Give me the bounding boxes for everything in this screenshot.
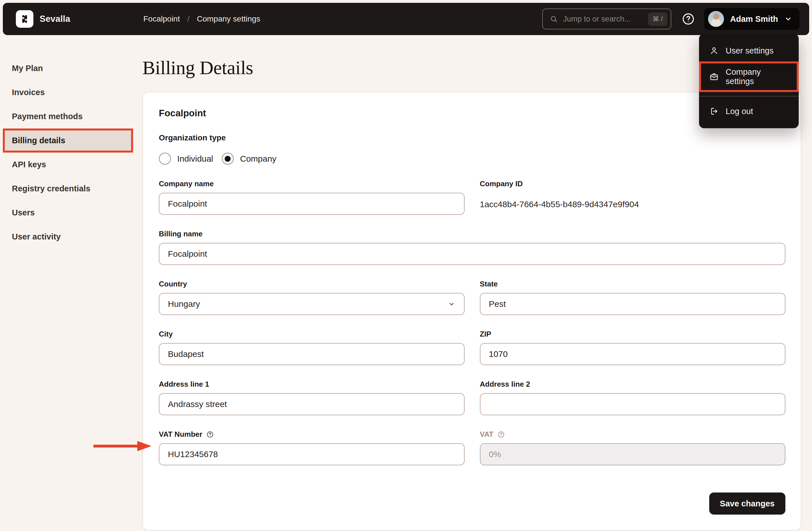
breadcrumb-separator: /	[187, 14, 189, 24]
search-placeholder: Jump to or search...	[563, 15, 643, 24]
sevalla-logo-icon	[16, 10, 33, 28]
company-name-label: Company name	[159, 179, 465, 188]
address2-label: Address line 2	[480, 380, 786, 389]
company-id-value: 1acc48b4-7664-4b55-b489-9d4347e9f904	[480, 200, 786, 209]
menu-item-log-out[interactable]: Log out	[699, 101, 799, 122]
chevron-down-icon	[784, 15, 792, 23]
breadcrumb: Focalpoint / Company settings	[143, 14, 260, 24]
country-select[interactable]: Hungary	[159, 293, 465, 315]
sidebar-item-billing-details[interactable]: Billing details	[3, 129, 133, 152]
zip-label: ZIP	[480, 330, 786, 339]
breadcrumb-page[interactable]: Company settings	[197, 14, 260, 24]
city-group: City	[159, 330, 465, 365]
search-icon	[550, 15, 558, 23]
city-input[interactable]	[159, 343, 465, 365]
vat-input	[480, 443, 786, 465]
company-id-label: Company ID	[480, 179, 786, 188]
vat-group: VAT	[480, 430, 786, 465]
company-name-group: Company name	[159, 179, 465, 215]
annotation-arrow	[92, 440, 153, 453]
state-group: State	[480, 280, 786, 315]
brand-name: Sevalla	[40, 14, 70, 24]
sidebar-item-users[interactable]: Users	[3, 201, 133, 225]
zip-group: ZIP	[480, 330, 786, 365]
vat-number-help-icon[interactable]	[206, 431, 214, 438]
city-label: City	[159, 330, 465, 339]
billing-name-group: Billing name	[159, 230, 785, 265]
vat-help-icon[interactable]	[497, 431, 505, 438]
address1-input[interactable]	[159, 393, 465, 415]
vat-label-text: VAT	[480, 430, 493, 439]
logout-icon	[709, 106, 719, 116]
sidebar-item-user-activity[interactable]: User activity	[3, 225, 133, 249]
search-shortcut-badge: ⌘ /	[648, 13, 667, 26]
menu-item-label: Company settings	[726, 68, 788, 86]
vat-number-label-text: VAT Number	[159, 430, 202, 439]
vat-label: VAT	[480, 430, 786, 439]
avatar	[708, 11, 724, 27]
billing-name-input[interactable]	[159, 243, 785, 265]
zip-input[interactable]	[480, 343, 786, 365]
sidebar-item-payment-methods[interactable]: Payment methods	[3, 104, 133, 129]
radio-individual[interactable]: Individual	[159, 152, 213, 165]
vat-number-label: VAT Number	[159, 430, 465, 439]
sidebar-item-registry-credentials[interactable]: Registry credentials	[3, 177, 133, 201]
sidebar-item-my-plan[interactable]: My Plan	[3, 56, 133, 80]
address2-input[interactable]	[480, 393, 786, 415]
radio-label-individual: Individual	[177, 154, 213, 164]
country-selected-value: Hungary	[168, 299, 200, 309]
briefcase-icon	[709, 72, 719, 82]
vat-number-group: VAT Number	[159, 430, 465, 465]
state-label: State	[480, 280, 786, 289]
billing-name-label: Billing name	[159, 230, 785, 238]
sidebar: My Plan Invoices Payment methods Billing…	[3, 56, 133, 249]
radio-circle-company[interactable]	[222, 152, 234, 165]
address1-label: Address line 1	[159, 380, 465, 389]
menu-item-label: User settings	[726, 46, 773, 56]
radio-label-company: Company	[240, 154, 276, 164]
country-label: Country	[159, 280, 465, 289]
sidebar-item-api-keys[interactable]: API keys	[3, 152, 133, 177]
vat-number-input[interactable]	[159, 443, 465, 465]
menu-item-user-settings[interactable]: User settings	[699, 40, 799, 61]
sidebar-item-invoices[interactable]: Invoices	[3, 80, 133, 104]
menu-item-label: Log out	[726, 107, 753, 116]
user-name: Adam Smith	[730, 14, 778, 24]
save-row: Save changes	[159, 492, 785, 515]
user-icon	[709, 46, 719, 56]
organization-type-group: Individual Company	[159, 152, 785, 165]
select-chevron-down-icon	[448, 300, 455, 308]
menu-divider	[699, 96, 799, 97]
topbar: Sevalla Focalpoint / Company settings Ju…	[3, 3, 809, 35]
radio-company[interactable]: Company	[222, 152, 276, 165]
user-dropdown-menu: User settings Company settings Log out	[699, 34, 799, 128]
country-group: Country Hungary	[159, 280, 465, 315]
brand[interactable]: Sevalla	[16, 10, 70, 28]
organization-type-label: Organization type	[159, 133, 785, 142]
address2-group: Address line 2	[480, 380, 786, 415]
card-title: Focalpoint	[159, 108, 785, 119]
billing-details-card: Focalpoint Organization type Individual …	[142, 92, 801, 530]
user-menu-trigger[interactable]: Adam Smith	[704, 8, 799, 30]
billing-form: Company name Company ID 1acc48b4-7664-4b…	[159, 179, 785, 465]
address1-group: Address line 1	[159, 380, 465, 415]
company-name-input[interactable]	[159, 193, 465, 215]
state-input[interactable]	[480, 293, 786, 315]
company-id-group: Company ID 1acc48b4-7664-4b55-b489-9d434…	[480, 179, 786, 215]
help-icon[interactable]	[681, 12, 695, 26]
radio-circle-individual[interactable]	[159, 152, 171, 165]
save-changes-button[interactable]: Save changes	[709, 492, 785, 515]
menu-item-company-settings[interactable]: Company settings	[699, 61, 799, 92]
global-search-input[interactable]: Jump to or search... ⌘ /	[542, 9, 671, 29]
breadcrumb-org[interactable]: Focalpoint	[143, 14, 180, 24]
